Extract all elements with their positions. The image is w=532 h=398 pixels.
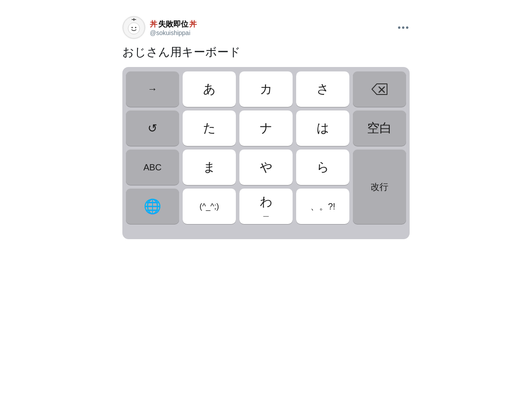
display-name: 丼 失敗即位 丼 xyxy=(150,19,197,29)
sa-key[interactable]: さ xyxy=(296,71,349,107)
user-info: 丼 失敗即位 丼 @sokuishippai xyxy=(150,19,197,36)
globe-key[interactable]: 🌐 xyxy=(126,189,179,224)
ka-key[interactable]: カ xyxy=(239,71,293,107)
emoji-key[interactable]: (^_^;) xyxy=(183,189,236,224)
wa-key[interactable]: わ＿ xyxy=(239,189,293,224)
svg-point-4 xyxy=(132,27,133,28)
arrow-icon: → xyxy=(148,83,157,95)
abc-key[interactable]: ABC xyxy=(126,150,179,185)
tweet-card: 丼 失敗即位 丼 @sokuishippai ••• おじさん用キーボード → … xyxy=(115,9,417,246)
tweet-text: おじさん用キーボード xyxy=(122,44,410,60)
undo-key[interactable]: ↺ xyxy=(126,110,179,146)
tweet-user: 丼 失敗即位 丼 @sokuishippai xyxy=(122,16,197,39)
ra-key[interactable]: ら xyxy=(296,150,349,185)
delete-key[interactable] xyxy=(353,71,406,107)
a-key[interactable]: あ xyxy=(183,71,236,107)
globe-icon: 🌐 xyxy=(144,198,161,215)
ma-key[interactable]: ま xyxy=(183,150,236,185)
undo-icon: ↺ xyxy=(148,122,157,135)
tab-key[interactable]: → xyxy=(126,71,179,107)
user-handle: @sokuishippai xyxy=(150,29,197,36)
keyboard-grid: → あ カ さ ↺ た ナ は 空白 xyxy=(126,71,406,224)
tweet-header: 丼 失敗即位 丼 @sokuishippai ••• xyxy=(122,16,410,39)
wa-label: わ＿ xyxy=(260,195,273,218)
enter-key[interactable]: 改行 xyxy=(353,150,406,224)
display-name-text: 失敗即位 xyxy=(158,19,188,29)
torii-right-icon: 丼 xyxy=(189,19,197,29)
torii-left-icon: 丼 xyxy=(150,19,157,29)
svg-point-3 xyxy=(128,23,140,34)
more-button[interactable]: ••• xyxy=(398,23,410,33)
keyboard: → あ カ さ ↺ た ナ は 空白 xyxy=(122,67,410,239)
avatar xyxy=(122,16,145,39)
delete-icon xyxy=(371,83,388,95)
ha-key[interactable]: は xyxy=(296,110,349,146)
space-key[interactable]: 空白 xyxy=(353,110,406,146)
svg-point-5 xyxy=(135,27,137,28)
ya-key[interactable]: や xyxy=(239,150,293,185)
ta-key[interactable]: た xyxy=(183,110,236,146)
punct-key[interactable]: 、。?! xyxy=(296,189,349,224)
na-key[interactable]: ナ xyxy=(239,110,293,146)
